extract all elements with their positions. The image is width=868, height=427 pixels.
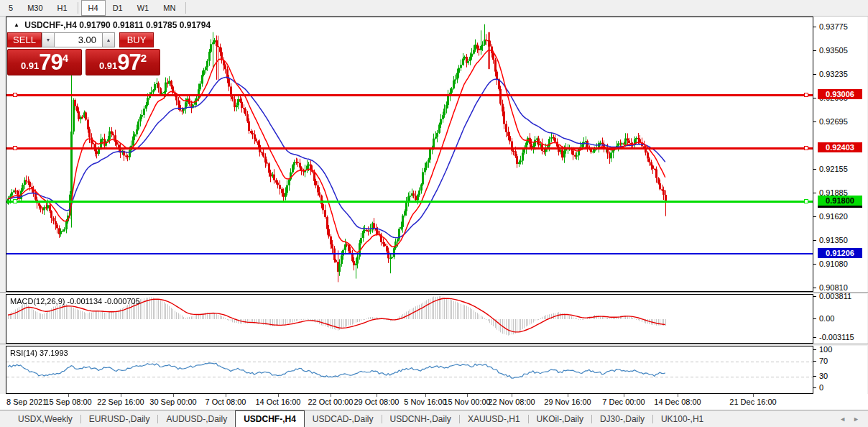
chart-tab-uk100-[interactable]: UK100-,H1 — [653, 410, 711, 427]
left-gutter — [0, 17, 6, 292]
sell-price-pip: 4 — [63, 52, 68, 64]
time-tick-dash — [512, 394, 512, 397]
macd-tick-dash — [813, 337, 816, 338]
time-axis-label: 29 Nov 16:00 — [544, 398, 591, 406]
chart-tab-usdcnh-[interactable]: USDCNH-,Daily — [382, 410, 459, 427]
price-axis-label: 0.91620 — [819, 212, 848, 221]
time-axis-label: 22 Nov 08:00 — [488, 398, 535, 406]
rsi-tick-dash — [813, 387, 816, 388]
volume-increase-button[interactable]: ▴ — [102, 32, 115, 47]
timeframe-button-m30[interactable]: M30 — [20, 0, 50, 16]
macd-axis-label: -0.003115 — [819, 333, 854, 341]
buy-price-big: 97 — [117, 51, 140, 73]
sell-button[interactable]: SELL — [7, 32, 42, 47]
time-tick-dash — [467, 394, 468, 397]
time-axis-label: 29 Oct 08:00 — [354, 398, 400, 406]
time-tick-dash — [278, 394, 279, 397]
time-axis-label: 15 Nov 00:00 — [443, 398, 490, 406]
tab-scroll-left-icon[interactable]: ◄ — [839, 415, 846, 423]
macd-axis[interactable]: 0.0038110.00-0.003115 — [813, 294, 867, 344]
price-tick-dash — [813, 240, 816, 241]
time-tick-dash — [331, 394, 331, 397]
rsi-axis-label: 30 — [819, 372, 828, 380]
time-axis-label: 14 Oct 16:00 — [256, 398, 301, 406]
tab-scroll-right-icon[interactable]: ► — [853, 415, 859, 423]
chart-tab-ukoil-[interactable]: UKOil-,Daily — [529, 410, 591, 427]
toolbar-separator — [185, 2, 186, 14]
sell-price-tile[interactable]: 0.91 79 4 — [7, 49, 82, 75]
macd-tick-dash — [813, 318, 816, 319]
timeframe-button-5[interactable]: 5 — [1, 0, 20, 16]
chart-tab-xauusd-[interactable]: XAUUSD-,H1 — [460, 410, 528, 427]
hline-price-label[interactable]: 0.93006 — [818, 89, 862, 99]
time-tick-dash — [568, 394, 568, 397]
time-tick-dash — [624, 394, 624, 397]
buy-button[interactable]: BUY — [119, 32, 154, 47]
timeframe-toolbar: 5M30H1H4D1W1MN — [0, 0, 868, 17]
price-axis-label: 0.93775 — [819, 22, 848, 31]
volume-decrease-button[interactable]: ▾ — [42, 32, 55, 47]
price-tick-dash — [813, 27, 816, 27]
time-tick-dash — [226, 394, 226, 397]
collapse-triangle-icon[interactable]: ▲ — [14, 22, 19, 28]
time-axis-label: 22 Oct 00:00 — [308, 398, 354, 406]
price-tick-dash — [813, 50, 816, 51]
price-axis-label: 0.92155 — [819, 165, 848, 173]
rsi-tick-dash — [813, 349, 816, 350]
timeframe-button-mn[interactable]: MN — [156, 0, 183, 16]
buy-price-tile[interactable]: 0.91 97 2 — [86, 49, 160, 75]
rsi-chart-canvas[interactable] — [6, 346, 813, 393]
timeframe-button-h4[interactable]: H4 — [81, 0, 106, 16]
time-axis-label: 22 Sep 16:00 — [97, 398, 144, 406]
toolbar-separator — [78, 2, 78, 14]
chart-tab-eurusd-[interactable]: EURUSD-,Daily — [81, 410, 158, 427]
rsi-axis-label: 0 — [819, 383, 823, 392]
rsi-axis-label: 70 — [819, 357, 828, 365]
price-axis-label: 0.93505 — [819, 46, 848, 55]
macd-axis-label: 0.00 — [819, 314, 834, 323]
left-gutter — [0, 346, 6, 394]
price-axis-label: 0.91350 — [819, 236, 848, 244]
time-tick-dash — [425, 394, 426, 397]
chart-tab-usdcad-[interactable]: USDCAD-,Daily — [305, 410, 382, 427]
time-tick-dash — [753, 394, 754, 397]
sell-price-big: 79 — [39, 51, 62, 73]
macd-axis-label: 0.003811 — [819, 292, 851, 300]
time-axis-label: 8 Sep 2021 — [6, 398, 47, 406]
chart-symbol-label: USDCHF-,H4 — [24, 20, 77, 30]
rsi-tick-dash — [813, 376, 816, 377]
rsi-axis-label: 100 — [819, 345, 832, 354]
price-axis[interactable]: 0.937750.935050.932350.929650.926950.921… — [813, 17, 867, 292]
time-tick-dash — [121, 394, 121, 397]
price-axis-label: 0.91080 — [819, 260, 848, 268]
price-tick-dash — [813, 216, 816, 217]
tab-scroll-arrows: ◄► — [839, 410, 868, 427]
price-tick-dash — [813, 264, 816, 265]
time-axis-label: 7 Oct 08:00 — [206, 398, 246, 406]
timeframe-button-d1[interactable]: D1 — [106, 0, 130, 16]
timeframe-button-h1[interactable]: H1 — [50, 0, 75, 16]
hline-price-label[interactable]: 0.91800 — [818, 196, 862, 206]
chart-tab-usdchf-[interactable]: USDCHF-,H4 — [235, 410, 305, 427]
time-axis-label: 15 Sep 08:00 — [45, 398, 91, 406]
time-tick-dash — [68, 394, 69, 397]
hline-price-label[interactable]: 0.92403 — [818, 142, 862, 152]
price-tick-dash — [813, 98, 816, 98]
volume-input[interactable] — [55, 32, 102, 47]
time-axis-label: 21 Dec 16:00 — [729, 398, 776, 406]
time-axis-label: 30 Sep 00:00 — [149, 398, 196, 406]
left-gutter — [0, 294, 6, 344]
chart-tab-usdx[interactable]: USDX,Weekly — [10, 410, 80, 427]
chart-tab-audusd-[interactable]: AUDUSD-,Daily — [158, 410, 235, 427]
buy-price-pip: 2 — [141, 52, 147, 64]
timeframe-button-w1[interactable]: W1 — [130, 0, 157, 16]
hline-price-label[interactable]: 0.91206 — [818, 248, 862, 258]
rsi-axis[interactable]: 10070300 — [813, 346, 867, 394]
price-tick-dash — [813, 74, 816, 75]
one-click-trading-panel: SELL ▾ ▴ BUY 0.91 79 4 0.91 97 2 — [7, 32, 167, 75]
time-axis-label: 5 Nov 16:00 — [404, 398, 446, 406]
sell-price-prefix: 0.91 — [21, 60, 39, 71]
time-axis[interactable]: 8 Sep 202115 Sep 08:0022 Sep 16:0030 Sep… — [0, 394, 868, 410]
current-price-marker — [818, 206, 862, 208]
chart-tab-dj30-[interactable]: DJ30-,Daily — [592, 410, 652, 427]
